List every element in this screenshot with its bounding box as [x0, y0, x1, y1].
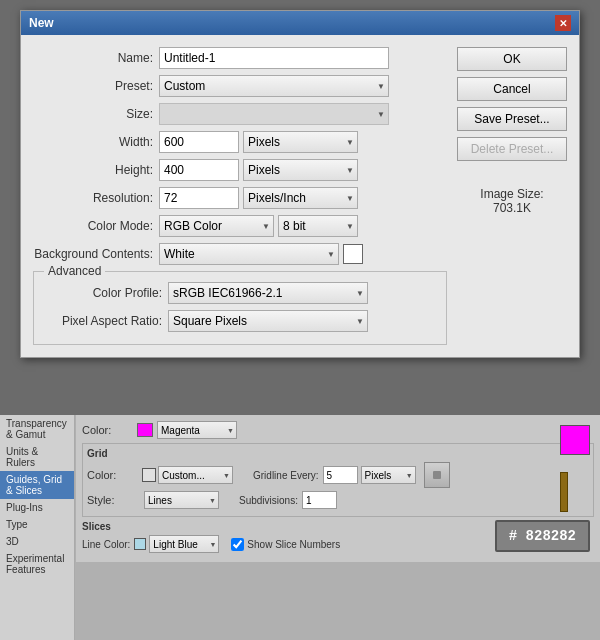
subdivisions-label: Subdivisions:	[239, 495, 298, 506]
resolution-unit-wrapper: Pixels/Inch	[243, 187, 358, 209]
new-document-dialog: New ✕ Name: Preset: Custom Size:	[20, 10, 580, 358]
bit-depth-select[interactable]: 8 bit	[278, 215, 358, 237]
bg-contents-wrapper: White	[159, 243, 339, 265]
height-unit-select[interactable]: Pixels	[243, 159, 358, 181]
dialog-right-panel: OK Cancel Save Preset... Delete Preset..…	[457, 47, 567, 345]
width-unit-wrapper: Pixels	[243, 131, 358, 153]
line-color-label: Line Color:	[82, 539, 130, 550]
resolution-unit-select[interactable]: Pixels/Inch	[243, 187, 358, 209]
grid-style-label: Style:	[87, 494, 142, 506]
size-select-wrapper	[159, 103, 389, 125]
show-slice-label: Show Slice Numbers	[247, 539, 340, 550]
sidebar-panel: Transparency & Gamut Units & Rulers Guid…	[0, 415, 75, 640]
color-mode-select[interactable]: RGB Color	[159, 215, 274, 237]
line-color-swatch	[134, 538, 146, 550]
name-label: Name:	[33, 51, 153, 65]
size-label: Size:	[33, 107, 153, 121]
name-row: Name:	[33, 47, 447, 69]
bg-contents-row: Background Contents: White	[33, 243, 447, 265]
size-select[interactable]	[159, 103, 389, 125]
name-input[interactable]	[159, 47, 389, 69]
magenta-swatch	[137, 423, 153, 437]
preset-row: Preset: Custom	[33, 75, 447, 97]
advanced-legend: Advanced	[44, 264, 105, 278]
grid-style-select[interactable]: Lines	[144, 491, 219, 509]
resolution-input[interactable]	[159, 187, 239, 209]
grid-color-select-wrapper: Custom...	[158, 466, 233, 484]
color-mode-label: Color Mode:	[33, 219, 153, 233]
grid-color-select[interactable]: Custom...	[158, 466, 233, 484]
resolution-row: Resolution: Pixels/Inch	[33, 187, 447, 209]
resolution-label: Resolution:	[33, 191, 153, 205]
sidebar-item-type[interactable]: Type	[0, 516, 74, 533]
preset-label: Preset:	[33, 79, 153, 93]
advanced-group: Advanced Color Profile: sRGB IEC61966-2.…	[33, 271, 447, 345]
height-row: Height: Pixels	[33, 159, 447, 181]
sidebar-item-plugins[interactable]: Plug-Ins	[0, 499, 74, 516]
gridline-unit-wrapper: Pixels	[361, 466, 416, 484]
color-select-wrapper: Magenta	[157, 421, 237, 439]
color-row: Color: Magenta	[82, 421, 594, 439]
sidebar-item-3d[interactable]: 3D	[0, 533, 74, 550]
color-profile-select[interactable]: sRGB IEC61966-2.1	[168, 282, 368, 304]
pixel-aspect-row: Pixel Aspect Ratio: Square Pixels	[42, 310, 438, 332]
dialog-title: New	[29, 16, 54, 30]
height-label: Height:	[33, 163, 153, 177]
size-row: Size:	[33, 103, 447, 125]
width-input[interactable]	[159, 131, 239, 153]
delete-preset-button[interactable]: Delete Preset...	[457, 137, 567, 161]
bottom-color-label: Color:	[82, 424, 137, 436]
cancel-button[interactable]: Cancel	[457, 77, 567, 101]
show-slice-checkbox[interactable]	[231, 538, 244, 551]
grid-section: Grid Color: Custom... Gridline Every: Pi…	[82, 443, 594, 517]
bg-contents-select[interactable]: White	[159, 243, 339, 265]
bg-color-swatch[interactable]	[343, 244, 363, 264]
width-label: Width:	[33, 135, 153, 149]
height-input[interactable]	[159, 159, 239, 181]
subdivisions-input[interactable]	[302, 491, 337, 509]
grid-title: Grid	[87, 448, 589, 459]
grid-color-swatch	[142, 468, 156, 482]
color-mode-row: Color Mode: RGB Color 8 bit	[33, 215, 447, 237]
sidebar-item-guides[interactable]: Guides, Grid & Slices	[0, 471, 74, 499]
ok-button[interactable]: OK	[457, 47, 567, 71]
pixel-aspect-wrapper: Square Pixels	[168, 310, 368, 332]
gray-button[interactable]	[424, 462, 450, 488]
bottom-panel: Transparency & Gamut Units & Rulers Guid…	[0, 415, 600, 640]
sidebar-item-experimental[interactable]: Experimental Features	[0, 550, 74, 578]
grid-style-row: Style: Lines Subdivisions:	[87, 491, 589, 509]
pixel-aspect-select[interactable]: Square Pixels	[168, 310, 368, 332]
sidebar-item-transparency[interactable]: Transparency & Gamut	[0, 415, 74, 443]
line-color-select[interactable]: Light Blue	[149, 535, 219, 553]
image-size-label: Image Size:	[457, 187, 567, 201]
gridline-input[interactable]	[323, 466, 358, 484]
grid-color-label: Color:	[87, 469, 142, 481]
gray-button-icon	[433, 471, 441, 479]
close-button[interactable]: ✕	[555, 15, 571, 31]
gridline-label: Gridline Every:	[253, 470, 319, 481]
bit-depth-wrapper: 8 bit	[278, 215, 358, 237]
color-mode-wrapper: RGB Color	[159, 215, 274, 237]
bg-contents-label: Background Contents:	[33, 247, 153, 261]
color-profile-label: Color Profile:	[42, 286, 162, 300]
dialog-titlebar: New ✕	[21, 11, 579, 35]
image-size-box: Image Size: 703.1K	[457, 187, 567, 215]
dialog-left-panel: Name: Preset: Custom Size:	[33, 47, 447, 345]
save-preset-button[interactable]: Save Preset...	[457, 107, 567, 131]
color-profile-row: Color Profile: sRGB IEC61966-2.1	[42, 282, 438, 304]
sidebar-item-units[interactable]: Units & Rulers	[0, 443, 74, 471]
color-select[interactable]: Magenta	[157, 421, 237, 439]
width-row: Width: Pixels	[33, 131, 447, 153]
color-picker-handle	[560, 472, 568, 512]
image-size-value: 703.1K	[457, 201, 567, 215]
line-color-select-wrapper: Light Blue	[149, 535, 219, 553]
color-profile-wrapper: sRGB IEC61966-2.1	[168, 282, 368, 304]
preset-select-wrapper: Custom	[159, 75, 389, 97]
width-unit-select[interactable]: Pixels	[243, 131, 358, 153]
preset-select[interactable]: Custom	[159, 75, 389, 97]
pixel-aspect-label: Pixel Aspect Ratio:	[42, 314, 162, 328]
grid-style-select-wrapper: Lines	[144, 491, 219, 509]
grid-color-row: Color: Custom... Gridline Every: Pixels	[87, 462, 589, 488]
gridline-unit-select[interactable]: Pixels	[361, 466, 416, 484]
hex-color-badge: # 828282	[495, 520, 590, 552]
